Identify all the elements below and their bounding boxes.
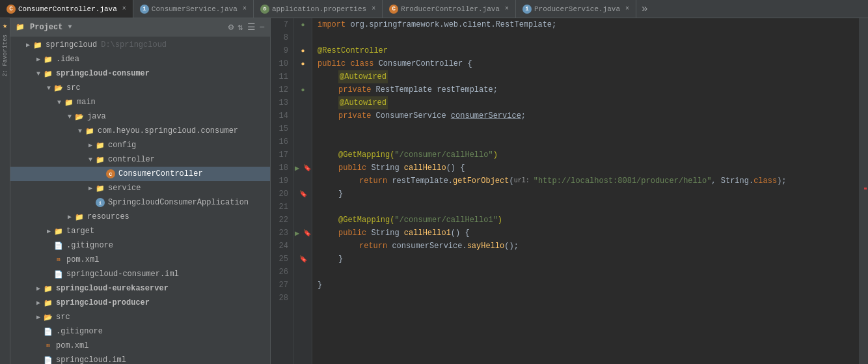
tab-icon-rroducer: C	[389, 5, 398, 14]
folder-icon-idea: 📁	[43, 54, 53, 64]
favorites-icon: ★	[3, 21, 7, 31]
project-dropdown-icon[interactable]: ▼	[68, 23, 72, 31]
tree-item-resources[interactable]: ▶ 📁 resources	[10, 210, 270, 224]
tree-label-src: src	[66, 83, 81, 92]
settings-icon[interactable]: ☰	[247, 21, 256, 33]
tree-item-gitignore[interactable]: 📄 .gitignore	[10, 238, 270, 253]
tree-item-config[interactable]: ▶ 📁 config	[10, 138, 270, 152]
folder-icon-java: 📂	[74, 111, 85, 122]
tree-item-package[interactable]: ▼ 📁 com.heyou.springcloud.consumer	[10, 124, 270, 138]
tree-item-target[interactable]: ▶ 📁 target	[10, 224, 270, 238]
code-line-24: return consumerService.sayHello();	[318, 240, 854, 253]
tree-label-springcloud-consumer: springcloud-consumer	[56, 69, 150, 78]
tab-consumer-controller[interactable]: C ConsumerController.java ×	[0, 0, 133, 18]
gitignore-icon: 📄	[53, 240, 64, 251]
tree-label-gitignore: .gitignore	[66, 241, 113, 250]
iml-root-icon: 📄	[43, 355, 53, 364]
tab-close-consumer-service[interactable]: ×	[243, 5, 247, 12]
tree-item-springcloud[interactable]: ▶ 📁 springcloud D:\springcloud	[10, 38, 270, 52]
folder-icon-springcloud: 📁	[33, 40, 43, 50]
tree-item-consumer-controller[interactable]: C ConsumerController	[10, 167, 270, 181]
folder-icon-consumer: 📁	[43, 68, 53, 79]
tree-item-eurekaserver[interactable]: ▶ 📁 springcloud-eurekaserver	[10, 281, 270, 296]
tree-item-src-root[interactable]: ▶ 📂 src	[10, 310, 270, 324]
run-icon-23[interactable]: ▶	[295, 229, 299, 238]
tree-item-pom-root[interactable]: m pom.xml	[10, 339, 270, 353]
tab-icon-consumer-service: i	[140, 5, 149, 14]
tree-item-idea[interactable]: ▶ 📁 .idea	[10, 52, 270, 66]
tree-item-main-app[interactable]: i SpringcloudConsumerApplication	[10, 195, 270, 210]
bookmark-icon-20: 🔖	[299, 190, 307, 198]
code-line-16	[318, 135, 854, 148]
main-area: ★ 2: Favorites 📁 Project ▼ ⚙ ⇅ ☰ −	[0, 18, 868, 364]
code-line-28	[318, 292, 854, 305]
tree-label-springcloud: springcloud	[46, 40, 97, 49]
tree-label-idea: .idea	[56, 55, 79, 64]
tab-close-producer-service[interactable]: ×	[625, 5, 629, 12]
tree-item-producer[interactable]: ▶ 📁 springcloud-producer	[10, 296, 270, 310]
project-tree: ▶ 📁 springcloud D:\springcloud ▶ 📁 .idea…	[10, 36, 270, 364]
tree-label-main: main	[77, 98, 96, 107]
tree-item-service-folder[interactable]: ▶ 📁 service	[10, 181, 270, 195]
tab-label-producer-service: ProducerService.java	[534, 5, 620, 13]
tree-label-java: java	[87, 112, 106, 121]
folder-icon-resources: 📁	[74, 212, 85, 222]
tree-item-springcloud-consumer[interactable]: ▼ 📁 springcloud-consumer	[10, 66, 270, 81]
folder-icon-target: 📁	[53, 226, 64, 236]
gitignore-root-icon: 📄	[43, 326, 53, 337]
sort-icon[interactable]: ⇅	[237, 21, 243, 33]
tree-item-controller[interactable]: ▼ 📁 controller	[10, 152, 270, 167]
project-header: 📁 Project ▼ ⚙ ⇅ ☰ −	[10, 18, 270, 36]
tree-label-producer: springcloud-producer	[56, 298, 150, 307]
minimize-icon[interactable]: −	[260, 22, 265, 33]
far-left-panel: ★ 2: Favorites	[0, 18, 10, 364]
tab-bar: C ConsumerController.java × i ConsumerSe…	[0, 0, 868, 18]
tree-item-main[interactable]: ▼ 📁 main	[10, 95, 270, 109]
code-content[interactable]: import org.springframework.web.client.Re…	[312, 18, 859, 364]
tab-label-consumer-controller: ConsumerController.java	[18, 5, 117, 13]
code-line-27: }	[318, 279, 854, 292]
code-line-18: public String callHello() {	[318, 161, 854, 175]
tab-application-properties[interactable]: ⚙ application.properties ×	[254, 0, 383, 18]
tab-rroducer-controller[interactable]: C RroducerController.java ×	[383, 0, 516, 18]
tab-close-properties[interactable]: ×	[372, 5, 375, 12]
tab-overflow-button[interactable]: »	[636, 0, 653, 18]
tree-item-iml[interactable]: 📄 springcloud-consumer.iml	[10, 267, 270, 281]
tree-item-java[interactable]: ▼ 📂 java	[10, 109, 270, 124]
code-line-25: }	[318, 253, 854, 266]
tree-item-src[interactable]: ▼ 📂 src	[10, 81, 270, 95]
tab-close-consumer-controller[interactable]: ×	[122, 5, 126, 12]
tree-item-pom[interactable]: m pom.xml	[10, 253, 270, 267]
tab-consumer-service[interactable]: i ConsumerService.java ×	[133, 0, 254, 18]
header-icons: ⚙ ⇅ ☰ −	[228, 21, 265, 33]
app-root: C ConsumerController.java × i ConsumerSe…	[0, 0, 868, 364]
code-line-14: private ConsumerService consumerService;	[318, 109, 854, 122]
tree-item-iml-root[interactable]: 📄 springcloud.iml	[10, 353, 270, 364]
right-gutter	[859, 18, 868, 364]
code-line-26	[318, 266, 854, 279]
line-numbers: 7 8 9 10 11 12 13 14 15 16 17 18 19 20 2…	[271, 18, 294, 364]
bookmark-icon-25: 🔖	[299, 255, 307, 263]
tab-producer-service[interactable]: i ProducerService.java ×	[516, 0, 636, 18]
gear-icon[interactable]: ⚙	[228, 21, 234, 33]
tree-label-eurekaserver: springcloud-eurekaserver	[56, 284, 169, 293]
code-line-17: @GetMapping("/consumer/callHello")	[318, 148, 854, 161]
run-icon-18[interactable]: ▶	[295, 163, 299, 173]
gutter-leaf-10: ●	[301, 61, 305, 68]
folder-icon-package: 📁	[85, 126, 95, 136]
folder-icon-src-root: 📂	[43, 312, 53, 322]
folder-icon-config: 📁	[95, 140, 105, 150]
tree-label-consumer-controller-file: ConsumerController	[118, 169, 203, 178]
code-scroll[interactable]: 7 8 9 10 11 12 13 14 15 16 17 18 19 20 2…	[271, 18, 868, 364]
tree-label-iml-root: springcloud.iml	[56, 356, 126, 364]
project-title: Project	[30, 23, 62, 32]
folder-icon-service: 📁	[95, 183, 105, 193]
code-editor: 7 8 9 10 11 12 13 14 15 16 17 18 19 20 2…	[271, 18, 868, 364]
tree-label-target: target	[66, 227, 94, 236]
tree-item-gitignore-root[interactable]: 📄 .gitignore	[10, 324, 270, 339]
tab-label-properties: application.properties	[272, 5, 366, 13]
tab-close-rroducer[interactable]: ×	[505, 5, 509, 12]
folder-icon-main: 📁	[64, 97, 74, 107]
tree-label-iml: springcloud-consumer.iml	[66, 270, 179, 279]
tree-label-controller: controller	[108, 155, 155, 164]
